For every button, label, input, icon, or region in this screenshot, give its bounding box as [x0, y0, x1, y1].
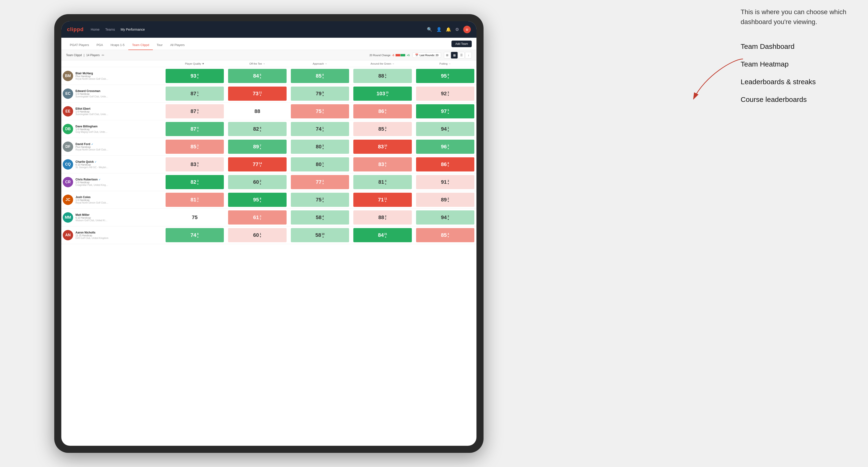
stat-value-container: 95 8▲ [228, 193, 286, 207]
stat-value: 77 [253, 161, 258, 167]
edit-icon[interactable]: ✏ [102, 53, 104, 57]
stat-cell-player_quality: 74 8▲ [163, 226, 226, 244]
player-avatar: BM [63, 71, 73, 81]
player-club: Woburn Golf Club, United Kingdom [75, 219, 108, 222]
stat-cell-around_green: 88 2▼ [351, 209, 414, 226]
stat-value-container: 87 4▲ [165, 122, 224, 136]
annotation-text: This is where you can choose which dashb… [741, 7, 863, 27]
tab-tour[interactable]: Tour [153, 43, 166, 50]
verified-icon: ✓ [95, 161, 96, 163]
player-info: Edward Crossman 1-5 Handicap Sunningdale… [75, 89, 162, 98]
table-row[interactable]: MM Matt Miller 6-10 Handicap Woburn Golf… [61, 209, 476, 226]
table-row[interactable]: DF David Ford ✓ Plus Handicap Royal Nort… [61, 138, 476, 156]
player-name: Charlie Quick ✓ [75, 160, 162, 163]
list-view-button[interactable]: ☰ [458, 52, 465, 59]
stat-cell-approach: 80 3▲ [289, 138, 351, 156]
col-header-around-green[interactable]: Around the Green → [351, 60, 414, 67]
avatar[interactable]: U [463, 26, 471, 33]
team-bar-left: Team Clippd | 14 Players ✏ [66, 53, 104, 57]
stat-value: 58 [315, 232, 321, 238]
stat-cell-off_tee: 89 7▲ [226, 138, 288, 156]
stat-change: 1▼ [385, 73, 387, 79]
player-club: Drift Golf Club, United Kingdom [75, 237, 108, 239]
stat-value: 80 [316, 144, 321, 150]
stat-change: 4▲ [197, 126, 199, 132]
stat-value: 95 [253, 197, 259, 203]
stat-value-container: 85 3▼ [165, 139, 224, 154]
stat-value: 95 [441, 73, 447, 79]
stat-cell-putting: 86 8▼ [414, 156, 476, 173]
nav-teams[interactable]: Teams [105, 28, 115, 31]
change-minus: -5 [392, 54, 394, 57]
player-avatar: CR [63, 177, 73, 187]
stat-cell-putting: 95 9▲ [414, 67, 476, 85]
col-header-player-quality[interactable]: Player Quality ▼ [163, 60, 226, 67]
stat-cell-approach: 77 3▼ [289, 173, 351, 191]
table-row[interactable]: BM Blair McHarg Plus Handicap Royal Nort… [61, 67, 476, 85]
stat-cell-off_tee: 60 1▼ [226, 226, 288, 244]
stat-value: 88 [378, 73, 384, 79]
download-button[interactable]: ↓ [465, 52, 472, 59]
stat-value: 60 [253, 232, 259, 238]
logo: clippd [67, 26, 84, 33]
stats-table: Player Quality ▼ Off the Tee → Approach … [61, 60, 476, 244]
player-name: Blair McHarg [75, 72, 162, 75]
stat-value: 84 [253, 73, 259, 79]
table-row[interactable]: CQ Charlie Quick ✓ 6-10 Handicap St. Geo… [61, 156, 476, 173]
stat-value: 83 [191, 161, 196, 167]
tab-hcaps[interactable]: Hcaps 1-5 [107, 43, 128, 50]
stat-change: 1▲ [322, 126, 324, 132]
col-header-putting[interactable]: Putting → [414, 60, 476, 67]
stat-cell-putting: 96 3▲ [414, 138, 476, 156]
stat-change: 8▲ [322, 73, 324, 79]
table-row[interactable]: EE Elliot Ebert 1-5 Handicap Sunningdale… [61, 102, 476, 120]
stat-value-container: 77 3▼ [291, 175, 349, 189]
grid-view-button[interactable]: ⊞ [444, 52, 451, 59]
settings-icon[interactable]: ⚙ [455, 27, 459, 32]
stat-cell-putting: 94 1▲ [414, 120, 476, 138]
nav-home[interactable]: Home [91, 28, 99, 31]
player-cell-6: CR Chris Robertson ✓ 1-5 Handicap Craigm… [61, 173, 163, 191]
tab-all-players[interactable]: All Players [166, 43, 188, 50]
stat-value-container: 89 2▼ [416, 193, 474, 207]
subnav: PGAT Players PGA Hcaps 1-5 Team Clippd T… [61, 38, 476, 50]
user-icon[interactable]: 👤 [436, 27, 441, 32]
heatmap-view-button[interactable]: ▦ [451, 52, 458, 59]
stat-cell-approach: 80 1▲ [289, 156, 351, 173]
player-cell-2: EE Elliot Ebert 1-5 Handicap Sunningdale… [61, 102, 163, 120]
table-row[interactable]: JC Josh Coles 1-5 Handicap Royal North D… [61, 191, 476, 209]
player-handicap: 11-15 Handicap [75, 234, 162, 237]
round-change-label: 20 Round Change [369, 54, 390, 57]
tab-pga[interactable]: PGA [93, 43, 106, 50]
tab-team-clippd[interactable]: Team Clippd [128, 43, 153, 50]
player-cell-0: BM Blair McHarg Plus Handicap Royal Nort… [61, 67, 163, 85]
table-row[interactable]: CR Chris Robertson ✓ 1-5 Handicap Craigm… [61, 173, 476, 191]
table-row[interactable]: DB Dave Billingham 1-5 Handicap Gog Mago… [61, 120, 476, 138]
nav-my-performance[interactable]: My Performance [121, 28, 145, 31]
stat-change: 3▼ [197, 162, 199, 167]
col-header-off-tee[interactable]: Off the Tee → [226, 60, 288, 67]
player-info: Charlie Quick ✓ 6-10 Handicap St. George… [75, 160, 162, 168]
stat-value: 82 [191, 179, 196, 185]
stat-value: 92 [441, 91, 447, 97]
tablet-frame: clippd Home Teams My Performance 🔍 👤 🔔 ⚙… [54, 14, 484, 453]
last-rounds-button[interactable]: 📅 Last Rounds: 20 [412, 52, 441, 58]
search-icon[interactable]: 🔍 [427, 27, 432, 32]
table-row[interactable]: AN Aaron Nicholls 11-15 Handicap Drift G… [61, 226, 476, 244]
tab-pgat-players[interactable]: PGAT Players [66, 43, 93, 50]
stat-cell-putting: 94 3▲ [414, 209, 476, 226]
stat-value: 91 [441, 179, 447, 185]
col-header-approach[interactable]: Approach → [289, 60, 351, 67]
stat-cell-around_green: 83 6▼ [351, 156, 414, 173]
table-row[interactable]: EC Edward Crossman 1-5 Handicap Sunningd… [61, 85, 476, 102]
add-team-button[interactable]: Add Team [452, 40, 472, 47]
stat-value: 83 [378, 161, 384, 167]
table-area[interactable]: Player Quality ▼ Off the Tee → Approach … [61, 60, 476, 446]
stat-change: 4▼ [447, 232, 450, 238]
player-name: Edward Crossman [75, 89, 162, 93]
stat-value-container: 58 4▲ [291, 210, 349, 224]
bell-icon[interactable]: 🔔 [446, 27, 451, 32]
stat-change: 1▲ [447, 126, 450, 132]
stat-value: 94 [441, 126, 447, 132]
stat-value-container: 74 8▲ [165, 228, 224, 242]
